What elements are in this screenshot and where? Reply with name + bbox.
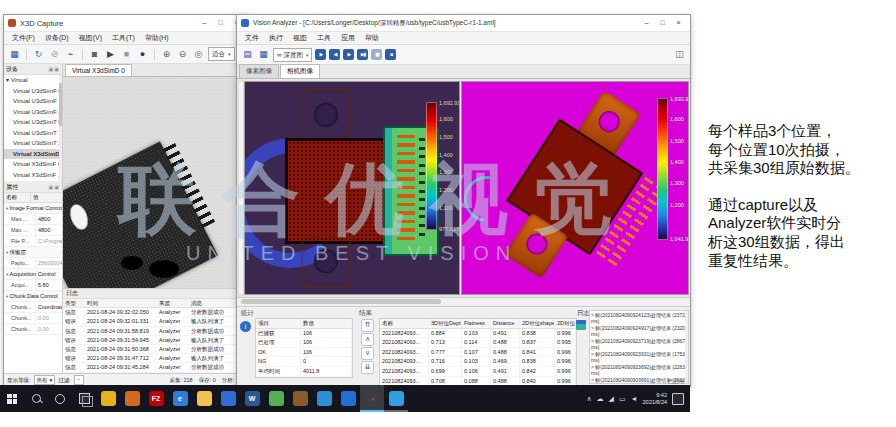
- property-row[interactable]: Chunk...0.00: [4, 313, 62, 324]
- onedrive-cloud-icon[interactable]: ☁: [597, 395, 604, 403]
- stats-row[interactable]: NG0: [256, 357, 352, 367]
- clear-log-icon[interactable]: [576, 320, 586, 330]
- device-tree-item[interactable]: Virtual X3dSimF 1: [4, 170, 62, 181]
- depth-map-viewport-left[interactable]: 1,692.911,6001,5001,4001,3001,2001,10097…: [244, 81, 460, 295]
- menu-item[interactable]: 视图(V): [75, 33, 106, 43]
- network-icon[interactable]: ◢: [609, 395, 614, 403]
- app-browser1[interactable]: [312, 385, 336, 412]
- panel-header-icons[interactable]: ▣▣: [49, 66, 60, 72]
- app-word[interactable]: W: [240, 385, 264, 412]
- pause-button[interactable]: ▮▮: [371, 49, 382, 60]
- property-value[interactable]: CoordinateC: [36, 302, 62, 312]
- taskbar-clock[interactable]: 9:42 2021/8/24: [643, 392, 667, 405]
- run-button[interactable]: ▶: [315, 49, 326, 60]
- menu-item[interactable]: 工具: [313, 33, 335, 43]
- notification-center-icon[interactable]: [672, 393, 684, 405]
- analyzer-titlebar[interactable]: Vision Analyzer - [C:/Users/Longer/Deskt…: [237, 15, 690, 32]
- property-group[interactable]: Image Format Control: [4, 203, 62, 214]
- device-tree-item[interactable]: Virtual X3dSimD 0: [4, 149, 62, 160]
- panel-header-icons[interactable]: ▣▣: [49, 184, 60, 190]
- results-row[interactable]: 20210824093...0.8840.1030.4910.8380.996: [380, 329, 576, 339]
- minimize-button[interactable]: –: [197, 17, 212, 29]
- device-tree-item[interactable]: Virtual U3dSimT 0: [4, 117, 62, 128]
- task-view-button[interactable]: [72, 385, 96, 412]
- zoom-out-icon[interactable]: ⊖: [176, 48, 189, 61]
- results-nav-arrow-3[interactable]: ⇊: [361, 361, 374, 374]
- log-row[interactable]: 信息2021-08-24 09:31:45.284Analyzer分析数据成功: [63, 363, 248, 372]
- log-row[interactable]: 错误2021-08-24 09:32:01.331Analyzer输入队列满了: [63, 317, 248, 326]
- property-value[interactable]: 0.00: [36, 324, 62, 334]
- property-group[interactable]: Chunk Data Control: [4, 291, 62, 302]
- results-row[interactable]: 20210824093...0.7770.1070.4880.8410.996: [380, 348, 576, 358]
- property-value[interactable]: 256000048: [36, 258, 62, 268]
- property-row[interactable]: Max ...4800: [4, 214, 62, 225]
- app-jar[interactable]: [288, 385, 312, 412]
- app-x3d-capture[interactable]: ●: [360, 385, 384, 412]
- device-tree-item[interactable]: Virtual U3dSimF 0: [4, 86, 62, 97]
- maximize-button[interactable]: □: [655, 17, 670, 29]
- camera-icon[interactable]: ◙: [88, 48, 101, 61]
- menu-item[interactable]: 执行: [265, 33, 287, 43]
- analyzer-log-list[interactable]: > 帧(20210824090924123)处理结束 (2372 ms)> 帧(…: [589, 310, 689, 384]
- menu-item[interactable]: 视图: [289, 33, 311, 43]
- property-row[interactable]: Paylo...256000048: [4, 258, 62, 269]
- property-row[interactable]: Chunk...0.00: [4, 324, 62, 335]
- capture-titlebar[interactable]: X3D Capture –□×: [4, 15, 248, 32]
- viewport-horizontal-scrollbar[interactable]: [237, 297, 690, 307]
- tray-expand-icon[interactable]: ∧: [586, 395, 591, 403]
- refresh-icon[interactable]: ↻: [32, 48, 45, 61]
- menu-item[interactable]: 工具(T): [108, 33, 139, 43]
- app-photos[interactable]: [216, 385, 240, 412]
- minimize-button[interactable]: –: [639, 17, 654, 29]
- property-value[interactable]: 5.80: [36, 280, 62, 290]
- save-icon[interactable]: ▦: [257, 48, 270, 61]
- menu-item[interactable]: 文件(F): [8, 33, 39, 43]
- scrollbar-thumb[interactable]: [241, 299, 441, 304]
- stats-row[interactable]: 已捕获106: [256, 329, 352, 339]
- property-group[interactable]: Acquisition Control: [4, 269, 62, 280]
- step-back-button[interactable]: ◀: [329, 49, 340, 60]
- app-ludashi[interactable]: [96, 385, 120, 412]
- app-filezilla[interactable]: FZ: [144, 385, 168, 412]
- menu-item[interactable]: 帮助(H): [141, 33, 173, 43]
- step-forward-button[interactable]: ▶▮: [357, 49, 368, 60]
- menu-item[interactable]: 应用: [337, 33, 359, 43]
- app-editor[interactable]: [120, 385, 144, 412]
- start-button[interactable]: [0, 385, 24, 412]
- menu-item[interactable]: 文件: [241, 33, 263, 43]
- property-row[interactable]: File P...C:\Program Fil: [4, 236, 62, 247]
- log-row[interactable]: 错误2021-08-24 09:31:54.945Analyzer输入队列满了: [63, 336, 248, 345]
- zoom-mode-select[interactable]: 适合▾: [208, 47, 235, 61]
- info-icon[interactable]: i: [240, 321, 251, 332]
- view-mode-select[interactable]: ∞ 深度图 ▾: [273, 48, 312, 62]
- display-level-select[interactable]: 所有 ▾: [34, 375, 56, 385]
- property-row[interactable]: Acqui...5.80: [4, 280, 62, 291]
- analyzer-tab-1[interactable]: 相机图像: [280, 64, 320, 78]
- app-browser2[interactable]: [336, 385, 360, 412]
- depth-map-viewport-right[interactable]: 1,692.911,6001,5001,4001,3001,2001,041.9…: [461, 81, 689, 295]
- cortana-button[interactable]: [48, 385, 72, 412]
- open-file-icon[interactable]: ▤: [241, 48, 254, 61]
- stats-row[interactable]: 已处理106: [256, 338, 352, 348]
- filter-box[interactable]: −: [74, 375, 84, 385]
- log-row[interactable]: 信息2021-08-24 09:31:50.368Analyzer分析数据成功: [63, 345, 248, 354]
- menu-item[interactable]: 帮助: [361, 33, 383, 43]
- zoom-fit-icon[interactable]: ◎: [192, 48, 205, 61]
- property-value[interactable]: 0.00: [36, 313, 62, 323]
- tab-virtual-x3dsimd0[interactable]: Virtual X3dSimD 0: [65, 64, 132, 76]
- play-button[interactable]: ▶: [343, 49, 354, 60]
- results-nav-arrow-1[interactable]: ∧: [361, 333, 374, 346]
- property-value[interactable]: C:\Program Fil: [36, 236, 62, 246]
- results-row[interactable]: 20210824093...0.7130.1140.4880.8370.995: [380, 338, 576, 348]
- device-tree-item[interactable]: Virtual U3dSimT 2: [4, 138, 62, 149]
- app-wechat[interactable]: [264, 385, 288, 412]
- property-row[interactable]: Chunk...CoordinateC: [4, 302, 62, 313]
- log-scrollbar[interactable]: [685, 311, 688, 383]
- stats-row[interactable]: 平均时间4011.8: [256, 367, 352, 377]
- stats-row[interactable]: OK106: [256, 348, 352, 358]
- log-row[interactable]: 错误2021-08-24 09:31:47.712Analyzer输入队列满了: [63, 354, 248, 363]
- property-group[interactable]: 传输层: [4, 247, 62, 258]
- disconnect-icon[interactable]: ⊘: [48, 48, 61, 61]
- results-row[interactable]: 20210824093...0.6990.1060.4910.8420.996: [380, 367, 576, 377]
- battery-icon[interactable]: ▭: [619, 395, 626, 403]
